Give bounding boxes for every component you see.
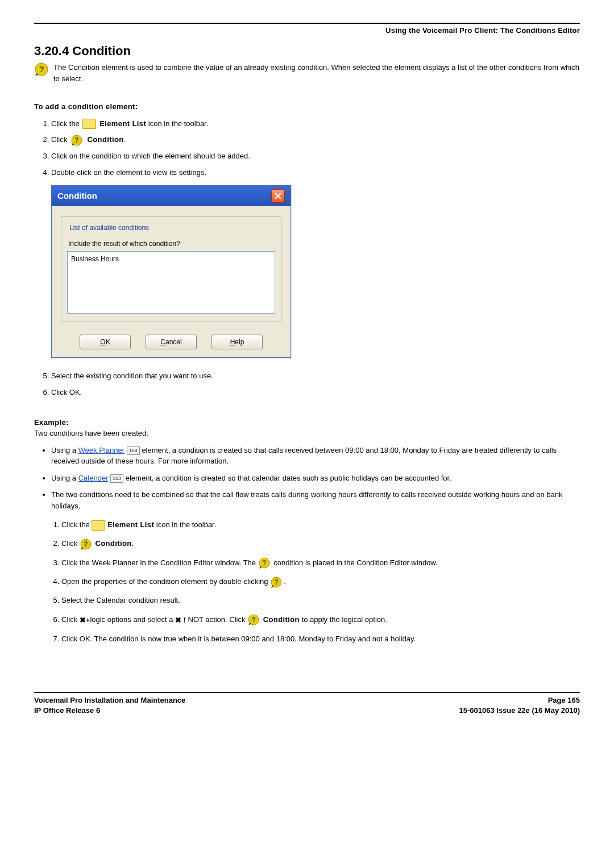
step-text: icon in the toolbar. — [146, 119, 208, 128]
dialog-title: Condition — [57, 190, 97, 203]
add-condition-steps: Click the Element List icon in the toolb… — [51, 117, 580, 180]
svg-text:?: ? — [251, 616, 255, 624]
step-text: Click on the condition to which the elem… — [51, 149, 580, 164]
element-list-icon — [82, 119, 96, 129]
week-planner-link[interactable]: Week Planner — [78, 446, 125, 454]
step-text: logic options and select a — [90, 615, 175, 624]
svg-text:?: ? — [274, 578, 278, 586]
calender-link[interactable]: Calender — [78, 474, 109, 482]
logic-plus-icon: ✖+ — [80, 616, 90, 624]
condition-icon: ? — [258, 557, 272, 569]
bullet-text: The two conditions need to be combined s… — [51, 490, 562, 510]
step-bold: Condition — [263, 615, 300, 624]
footer-doc-title: Voicemail Pro Installation and Maintenan… — [34, 695, 185, 706]
step-text: Click OK. The condition is now true when… — [61, 631, 580, 646]
bullet-text: Using a — [51, 446, 78, 454]
page-ref: 164 — [127, 446, 140, 456]
add-condition-steps-cont: Select the existing condition that you w… — [51, 369, 580, 399]
example-inner-steps: Click the Element List icon in the toolb… — [61, 517, 580, 646]
condition-icon: ? — [70, 134, 84, 147]
condition-icon: ? — [247, 614, 261, 626]
svg-text:?: ? — [84, 540, 88, 548]
step-text: to apply the logical option. — [300, 615, 387, 624]
step-text: Click the — [51, 119, 80, 128]
list-item[interactable]: Business Hours — [71, 254, 271, 264]
step-text: Open the properties of the condition ele… — [61, 577, 270, 586]
bullet-text: element, a condition is created so that … — [123, 474, 451, 482]
ok-button[interactable]: OK — [80, 335, 131, 349]
svg-text:?: ? — [262, 559, 266, 567]
fieldset-legend: List of available conditions — [67, 223, 151, 233]
step-text: Click — [51, 135, 67, 144]
step-text: Select the existing condition that you w… — [51, 369, 580, 383]
field-label: Include the result of which condition? — [68, 239, 275, 249]
bullet-text: Using a — [51, 474, 78, 482]
step-text: . — [132, 539, 134, 548]
condition-dialog: Condition List of available conditions I… — [51, 185, 291, 358]
footer-doc-id: 15-601063 Issue 22e (16 May 2010) — [459, 706, 580, 716]
step-text: Click — [61, 539, 77, 548]
example-intro: Two conditions have been created: — [34, 428, 580, 439]
step-text: Click OK. — [51, 386, 580, 400]
svg-text:?: ? — [39, 64, 44, 74]
condition-icon: ? — [270, 576, 284, 589]
step-text: Double-click on the element to view its … — [51, 166, 580, 180]
page-ref: 163 — [110, 474, 123, 483]
example-bullets: Using a Week Planner 164 element, a cond… — [51, 445, 580, 646]
footer-page-number: Page 165 — [459, 695, 580, 706]
page-footer: Voicemail Pro Installation and Maintenan… — [34, 693, 580, 716]
page-header: Using the Voicemail Pro Client: The Cond… — [34, 26, 580, 35]
step-bold: Condition — [95, 539, 131, 548]
element-list-icon — [92, 520, 105, 531]
step-text: NOT action. Click — [186, 615, 247, 624]
step-bold: Element List — [107, 520, 154, 529]
close-button[interactable] — [271, 189, 285, 203]
condition-icon: ? — [80, 538, 93, 550]
step-bold: Element List — [99, 119, 146, 128]
step-text: . — [124, 135, 126, 144]
add-condition-subhead: To add a condition element: — [34, 101, 580, 112]
step-text: . — [284, 577, 286, 586]
example-heading: Example: — [34, 417, 580, 428]
step-text: condition is placed in the Condition Edi… — [273, 558, 437, 567]
section-number: 3.20.4 — [34, 44, 69, 58]
help-button[interactable]: Help — [211, 335, 263, 349]
step-bold: Condition — [87, 135, 123, 144]
section-name: Condition — [72, 44, 131, 58]
step-text: icon in the toolbar. — [154, 520, 216, 529]
section-title: 3.20.4 Condition — [34, 44, 580, 59]
step-text: Click the Week Planner in the Condition … — [61, 558, 258, 567]
step-text: Select the Calendar condition result. — [61, 592, 580, 608]
svg-text:?: ? — [74, 136, 78, 144]
step-text: Click — [61, 615, 80, 624]
cancel-button[interactable]: Cancel — [146, 335, 197, 349]
step-text: Click the — [61, 520, 90, 529]
logic-not-icon: ✖ ! — [175, 616, 186, 624]
footer-product: IP Office Release 6 — [34, 706, 185, 716]
conditions-listbox[interactable]: Business Hours — [67, 251, 275, 314]
intro-text: The Condition element is used to combine… — [53, 62, 580, 84]
condition-icon: ? — [34, 62, 50, 77]
